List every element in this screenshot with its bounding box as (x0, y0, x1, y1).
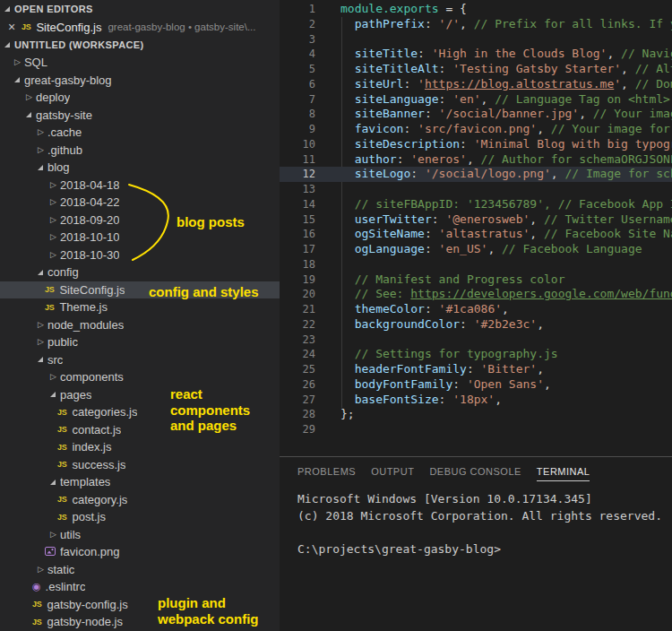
tree-item-label: components (60, 370, 124, 384)
code-line-11[interactable]: 11 author: 'eneros', // Author for schem… (280, 152, 672, 168)
line-number: 17 (280, 242, 315, 257)
code-line-1[interactable]: 1module.exports = { (280, 2, 672, 17)
file-categories.js[interactable]: JScategories.js (0, 403, 280, 421)
terminal-line: (c) 2018 Microsoft Corporation. All righ… (297, 508, 672, 525)
file-siteconfig.js[interactable]: JSSiteConfig.js (0, 281, 280, 299)
code-line-26[interactable]: 26 bodyFontFamily: 'Open Sans', (280, 377, 672, 393)
code-line-10[interactable]: 10 siteDescription: 'Minimal Blog with b… (280, 137, 672, 152)
code-line-4[interactable]: 4 siteTitle: 'High in the Clouds Blog', … (280, 47, 672, 62)
tree-item-label: utils (60, 528, 81, 541)
line-number: 12 (280, 167, 315, 182)
open-editors-header[interactable]: OPEN EDITORS (0, 0, 280, 18)
folder-public[interactable]: ▷public (0, 333, 280, 351)
code-line-22[interactable]: 22 backgroundColor: '#2b2e3c', (280, 317, 672, 333)
code-line-9[interactable]: 9 favicon: 'src/favicon.png', // Your im… (280, 122, 672, 137)
code-line-25[interactable]: 25 headerFontFamily: 'Bitter', (280, 362, 672, 377)
folder-deploy[interactable]: ▷deploy (0, 89, 280, 107)
file-favicon.png[interactable]: favicon.png (0, 543, 280, 561)
code-line-15[interactable]: 15 userTwitter: '@enerosweb', // Twitter… (280, 212, 672, 228)
open-editor-siteconfig[interactable]: × JS SiteConfig.js great-gasby-blog • ga… (0, 18, 280, 36)
tab-output[interactable]: OUTPUT (371, 466, 414, 481)
tree-item-label: node_modules (47, 318, 124, 332)
file-category.js[interactable]: JScategory.js (0, 491, 280, 509)
folder-config[interactable]: config (0, 264, 280, 281)
js-file-icon: JS (32, 618, 41, 627)
code-line-6[interactable]: 6 siteUrl: 'https://blog.altostratus.me'… (280, 77, 672, 92)
file-.eslintrc[interactable]: ◉.eslintrc (0, 578, 280, 596)
open-editor-description: great-gasby-blog • gatsby-site\... (108, 22, 255, 32)
folder-utils[interactable]: ▷utils (0, 526, 280, 544)
file-success.js[interactable]: JSsuccess.js (0, 456, 280, 474)
file-gatsby-node.js[interactable]: JSgatsby-node.js (0, 613, 280, 631)
chevron-expanded-icon (38, 165, 43, 170)
tree-item-label: category.js (72, 493, 127, 506)
code-line-19[interactable]: 19 // Manifest and Progress color (280, 272, 672, 288)
code-line-17[interactable]: 17 ogLanguage: 'en_US', // Facebook Lang… (280, 242, 672, 257)
code-line-5[interactable]: 5 siteTitleAlt: 'Testing Gatsby Starter'… (280, 62, 672, 77)
folder-2018-09-20[interactable]: ▷2018-09-20 (0, 212, 280, 229)
line-content: favicon: 'src/favicon.png', // Your imag… (315, 122, 672, 137)
tab-terminal[interactable]: TERMINAL (537, 466, 590, 481)
code-line-13[interactable]: 13 (280, 182, 672, 197)
terminal-line (297, 524, 672, 541)
folder-sql[interactable]: ▷SQL (0, 54, 280, 72)
tree-item-label: .eslintrc (46, 580, 86, 593)
code-line-28[interactable]: 28}; (280, 407, 672, 422)
folder-templates[interactable]: templates (0, 473, 280, 491)
file-theme.js[interactable]: JSTheme.js (0, 298, 280, 316)
folder-components[interactable]: ▷components (0, 368, 280, 386)
folder-src[interactable]: src (0, 351, 280, 369)
folder-.cache[interactable]: ▷.cache (0, 124, 280, 142)
tree-item-label: 2018-04-22 (60, 195, 120, 209)
js-file-icon: JS (22, 22, 30, 31)
close-icon[interactable]: × (8, 21, 22, 33)
file-contact.js[interactable]: JScontact.js (0, 421, 280, 439)
code-line-20[interactable]: 20 // See: https://developers.google.com… (280, 287, 672, 302)
folder-2018-10-30[interactable]: ▷2018-10-30 (0, 246, 280, 264)
line-content: themeColor: '#1ca086', (315, 302, 509, 317)
chevron-collapsed-icon: ▷ (50, 198, 56, 206)
tab-debug-console[interactable]: DEBUG CONSOLE (429, 466, 521, 481)
code-line-14[interactable]: 14 // siteFBAppID: '123456789', // Faceb… (280, 197, 672, 212)
tree-item-label: blog (47, 160, 70, 174)
line-content: // siteFBAppID: '123456789', // Facebook… (315, 197, 672, 212)
tree-item-label: .cache (47, 125, 82, 139)
code-line-3[interactable]: 3 (280, 32, 672, 48)
code-line-27[interactable]: 27 baseFontSize: '18px', (280, 393, 672, 408)
code-line-7[interactable]: 7 siteLanguage: 'en', // Language Tag on… (280, 92, 672, 108)
folder-gatsby-site[interactable]: gatsby-site (0, 107, 280, 125)
code-line-2[interactable]: 2 pathPrefix: '/', // Prefix for all lin… (280, 17, 672, 32)
code-line-16[interactable]: 16 ogSiteName: 'altastratus', // Faceboo… (280, 227, 672, 242)
code-area[interactable]: 1module.exports = {2 pathPrefix: '/', //… (280, 0, 672, 437)
code-line-21[interactable]: 21 themeColor: '#1ca086', (280, 302, 672, 317)
folder-blog[interactable]: blog (0, 159, 280, 177)
js-file-icon: JS (45, 303, 54, 312)
code-line-18[interactable]: 18 (280, 257, 672, 272)
folder-.github[interactable]: ▷.github (0, 142, 280, 160)
folder-2018-10-10[interactable]: ▷2018-10-10 (0, 229, 280, 246)
folder-2018-04-22[interactable]: ▷2018-04-22 (0, 194, 280, 212)
folder-great-gasby-blog[interactable]: great-gasby-blog (0, 72, 280, 90)
workspace-header[interactable]: UNTITLED (WORKSPACE) (0, 36, 280, 54)
code-line-8[interactable]: 8 siteBanner: '/social/banner.jpg', // Y… (280, 107, 672, 122)
terminal-output[interactable]: Microsoft Windows [Version 10.0.17134.34… (280, 481, 672, 558)
line-content: ogLanguage: 'en_US', // Facebook Languag… (315, 242, 642, 257)
folder-node-modules[interactable]: ▷node_modules (0, 316, 280, 334)
line-number: 21 (280, 302, 315, 317)
tree-item-label: config (47, 265, 79, 279)
chevron-collapsed-icon: ▷ (38, 146, 44, 154)
folder-static[interactable]: ▷static (0, 561, 280, 579)
code-line-24[interactable]: 24 // Settings for typography.js (280, 347, 672, 362)
code-line-29[interactable]: 29 (280, 422, 672, 437)
code-line-23[interactable]: 23 (280, 333, 672, 348)
tab-problems[interactable]: PROBLEMS (297, 466, 356, 481)
folder-2018-04-18[interactable]: ▷2018-04-18 (0, 177, 280, 194)
file-gatsby-config.js[interactable]: JSgatsby-config.js (0, 596, 280, 614)
file-index.js[interactable]: JSindex.js (0, 438, 280, 456)
js-file-icon: JS (57, 425, 66, 434)
folder-pages[interactable]: pages (0, 386, 280, 404)
line-content: bodyFontFamily: 'Open Sans', (315, 377, 551, 393)
code-line-12[interactable]: 12 siteLogo: '/social/logo.png', // Imag… (280, 167, 672, 182)
file-post.js[interactable]: JSpost.js (0, 508, 280, 526)
explorer-sidebar: OPEN EDITORS × JS SiteConfig.js great-ga… (0, 0, 280, 631)
